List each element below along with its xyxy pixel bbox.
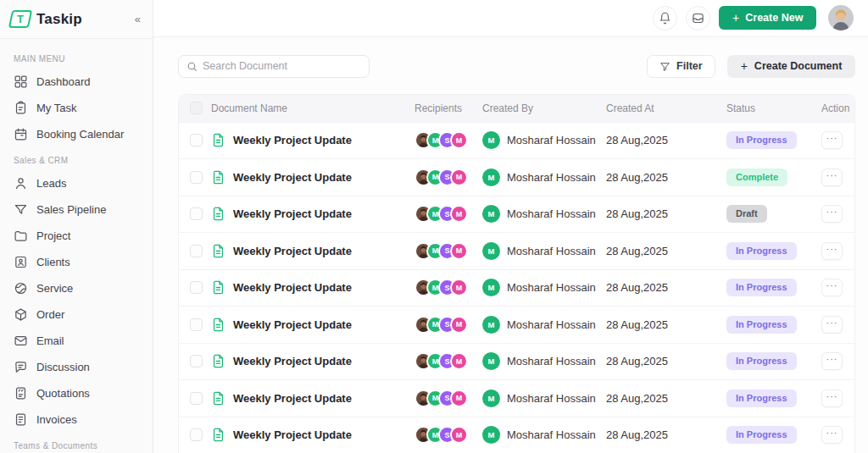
row-checkbox[interactable] (190, 207, 203, 220)
plus-icon: + (741, 59, 748, 73)
sidebar-item-order[interactable]: Order (0, 301, 153, 328)
recipients-cell: MSM (415, 316, 482, 334)
document-name-cell: Weekly Project Update (211, 317, 415, 333)
table-row[interactable]: Weekly Project Update MSM M Mosharaf Hos… (179, 196, 854, 233)
sidebar-item-clients[interactable]: Clients (0, 249, 153, 275)
sidebar-item-service[interactable]: Service (0, 275, 153, 301)
created-at-cell: 28 Aug,2025 (606, 355, 726, 367)
bell-icon (659, 12, 671, 25)
taskip-logo: T Taskip (10, 10, 82, 28)
row-checkbox[interactable] (190, 171, 203, 184)
row-checkbox[interactable] (190, 134, 203, 146)
table-row[interactable]: Weekly Project Update MSM M Mosharaf Hos… (179, 158, 854, 196)
sidebar-item-label: Dashboard (36, 75, 91, 88)
row-actions-button[interactable]: ··· (821, 352, 843, 370)
created-by-cell: M Mosharaf Hossain (482, 205, 606, 223)
user-avatar[interactable] (828, 5, 854, 30)
table-row[interactable]: Weekly Project Update MSM M Mosharaf Hos… (179, 269, 854, 307)
sidebar-item-label: Booking Calendar (36, 128, 124, 141)
sidebar-item-label: Discussion (36, 361, 90, 373)
document-name-cell: Weekly Project Update (211, 169, 415, 185)
row-actions-button[interactable]: ··· (821, 426, 843, 444)
status-badge: In Progress (726, 316, 797, 334)
sidebar-item-leads[interactable]: Leads (0, 170, 153, 196)
table-row[interactable]: Weekly Project Update MSM M Mosharaf Hos… (179, 343, 854, 380)
task-clipboard-icon (14, 101, 28, 115)
content: Filter + Create Document Document Name R… (153, 37, 868, 453)
action-cell: ··· (821, 168, 854, 186)
recipient-initial-avatar: M (450, 131, 468, 149)
col-action: Action (821, 102, 854, 114)
document-icon (211, 317, 225, 333)
create-new-button[interactable]: + Create New (719, 6, 816, 30)
row-actions-button[interactable]: ··· (821, 168, 843, 186)
creator-avatar: M (482, 426, 500, 444)
recipient-initial-avatar: M (450, 316, 468, 334)
row-checkbox[interactable] (190, 318, 203, 331)
table-row[interactable]: Weekly Project Update MSM M Mosharaf Hos… (179, 417, 854, 453)
row-checkbox[interactable] (190, 245, 203, 257)
col-recipients: Recipients (415, 102, 482, 114)
person-icon (14, 176, 28, 191)
sidebar-item-quotations[interactable]: Quotations (0, 380, 153, 406)
table-row[interactable]: Weekly Project Update MSM M Mosharaf Hos… (179, 379, 854, 417)
sidebar-item-project[interactable]: Project (0, 223, 153, 249)
table-row[interactable]: Weekly Project Update MSM M Mosharaf Hos… (179, 306, 854, 343)
col-created-at: Created At (606, 102, 726, 114)
row-actions-button[interactable]: ··· (821, 316, 843, 334)
creator-name: Mosharaf Hossain (507, 428, 596, 441)
sidebar-nav: MAIN MENUDashboardMy TaskBooking Calenda… (0, 39, 153, 453)
row-checkbox[interactable] (190, 428, 203, 441)
row-actions-button[interactable]: ··· (821, 242, 843, 260)
create-document-button[interactable]: + Create Document (727, 55, 856, 78)
sidebar-item-discussion[interactable]: Discussion (0, 354, 153, 380)
sidebar-item-invoices[interactable]: Invoices (0, 406, 153, 433)
select-all-checkbox[interactable] (190, 102, 203, 114)
creator-name: Mosharaf Hossain (507, 318, 596, 331)
recipient-initial-avatar: M (450, 205, 468, 223)
sidebar-item-label: Project (36, 229, 70, 242)
inbox-button[interactable] (686, 6, 710, 30)
sidebar-item-label: My Task (36, 102, 76, 114)
sidebar-item-booking-calendar[interactable]: Booking Calendar (0, 121, 153, 147)
row-checkbox[interactable] (190, 281, 203, 294)
recipient-avatars: MSM (415, 168, 482, 186)
filter-button[interactable]: Filter (647, 55, 715, 78)
row-actions-button[interactable]: ··· (821, 205, 843, 223)
document-icon (211, 427, 225, 443)
creator-avatar: M (482, 205, 500, 223)
sidebar-section-label: MAIN MENU (0, 46, 153, 69)
row-actions-button[interactable]: ··· (821, 131, 843, 149)
header-checkbox-cell (179, 102, 211, 114)
status-cell: In Progress (726, 131, 821, 149)
row-checkbox-cell (179, 281, 211, 294)
status-badge: In Progress (726, 131, 797, 149)
row-checkbox-cell (179, 392, 211, 405)
table-row[interactable]: Weekly Project Update MSM M Mosharaf Hos… (179, 122, 854, 159)
taskip-logo-icon: T (8, 10, 32, 28)
search-input[interactable] (203, 60, 361, 72)
sidebar-header: T Taskip « (0, 0, 153, 39)
created-at-cell: 28 Aug,2025 (606, 428, 726, 441)
status-cell: In Progress (726, 426, 821, 444)
sidebar-collapse-icon[interactable]: « (135, 13, 141, 25)
row-checkbox[interactable] (190, 392, 203, 405)
sidebar-item-dashboard[interactable]: Dashboard (0, 69, 153, 95)
sidebar-item-label: Clients (36, 256, 70, 268)
creator-avatar: M (482, 279, 500, 296)
document-name-cell: Weekly Project Update (211, 353, 415, 369)
row-actions-button[interactable]: ··· (821, 279, 843, 296)
notifications-button[interactable] (653, 6, 677, 30)
sidebar-item-my-task[interactable]: My Task (0, 95, 153, 121)
action-cell: ··· (821, 242, 854, 260)
row-actions-button[interactable]: ··· (821, 389, 843, 407)
sidebar-item-label: Leads (36, 177, 66, 190)
status-cell: Draft (726, 205, 821, 223)
creator-name: Mosharaf Hossain (507, 207, 596, 220)
table-row[interactable]: Weekly Project Update MSM M Mosharaf Hos… (179, 232, 854, 269)
row-checkbox[interactable] (190, 355, 203, 367)
document-name-cell: Weekly Project Update (211, 243, 415, 259)
sidebar-item-email[interactable]: Email (0, 328, 153, 354)
sidebar-item-sales-pipeline[interactable]: Sales Pipeline (0, 196, 153, 223)
row-checkbox-cell (179, 318, 211, 331)
